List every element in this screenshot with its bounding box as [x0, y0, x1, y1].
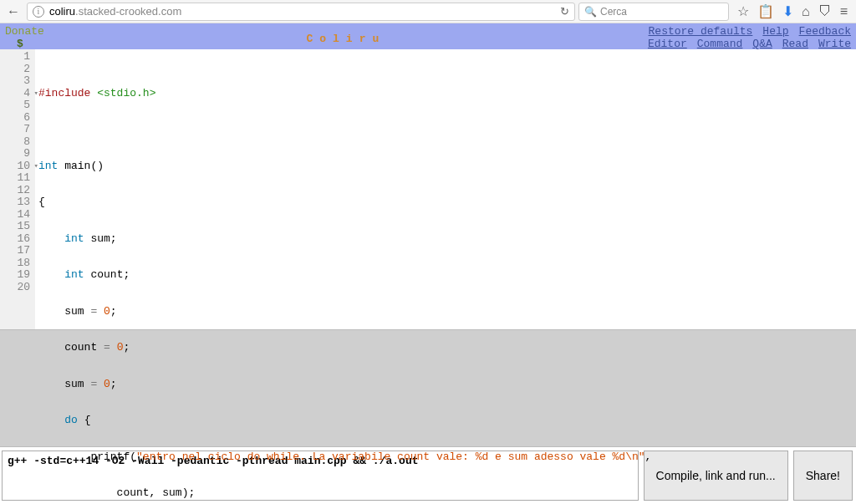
line-num: 17 — [2, 245, 30, 257]
code-editor[interactable]: 1 2 3 4 5 6 7 8 9 10 11 12 13 14 15 16 1… — [0, 49, 856, 329]
line-num: 20 — [2, 282, 30, 294]
line-num: 7 — [2, 124, 30, 136]
editor-link[interactable]: Editor — [648, 38, 687, 50]
coliru-header: Donate $ Coliru Restore defaults Help Fe… — [0, 23, 856, 49]
help-link[interactable]: Help — [762, 25, 788, 38]
browser-search-box[interactable]: 🔍 Cerca — [578, 3, 729, 21]
restore-defaults-link[interactable]: Restore defaults — [649, 25, 753, 38]
search-icon: 🔍 — [584, 6, 597, 18]
line-num: 4 — [2, 88, 30, 100]
line-num: 3 — [2, 75, 30, 88]
pocket-icon[interactable]: ⛉ — [818, 4, 832, 19]
line-num: 10 — [2, 160, 30, 173]
donate-link[interactable]: Donate — [5, 25, 44, 38]
command-link[interactable]: Command — [697, 38, 743, 50]
write-link[interactable]: Write — [818, 38, 851, 50]
line-num: 13 — [2, 196, 30, 209]
read-link[interactable]: Read — [782, 38, 808, 50]
line-num: 18 — [2, 257, 30, 270]
app-title: Coliru — [306, 29, 385, 45]
dollar-sign: $ — [5, 38, 44, 50]
clipboard-icon[interactable]: 📋 — [757, 3, 774, 19]
code-area[interactable]: #include <stdio.h> int main() { int sum;… — [35, 49, 856, 329]
line-num: 11 — [2, 172, 30, 185]
home-icon[interactable]: ⌂ — [802, 4, 810, 19]
line-num: 5 — [2, 99, 30, 112]
info-icon[interactable]: i — [33, 6, 44, 18]
back-button[interactable]: ← — [3, 2, 23, 22]
browser-toolbar: ← i coliru.stacked-crooked.com ↻ 🔍 Cerca… — [0, 0, 856, 23]
line-gutter: 1 2 3 4 5 6 7 8 9 10 11 12 13 14 15 16 1… — [0, 49, 35, 329]
feedback-link[interactable]: Feedback — [799, 25, 851, 38]
qa-link[interactable]: Q&A — [752, 38, 772, 50]
line-num: 16 — [2, 233, 30, 246]
line-num: 19 — [2, 269, 30, 282]
line-num: 15 — [2, 221, 30, 233]
line-num: 2 — [2, 64, 30, 76]
url-bar[interactable]: i coliru.stacked-crooked.com ↻ — [27, 3, 575, 21]
menu-icon[interactable]: ≡ — [840, 4, 848, 19]
star-icon[interactable]: ☆ — [737, 3, 749, 19]
search-placeholder: Cerca — [600, 6, 627, 18]
url-text: coliru.stacked-crooked.com — [49, 5, 555, 18]
line-num: 14 — [2, 209, 30, 221]
download-icon[interactable]: ⬇ — [782, 3, 793, 19]
line-num: 1 — [2, 51, 30, 64]
reload-icon[interactable]: ↻ — [560, 5, 569, 18]
line-num: 8 — [2, 136, 30, 149]
line-num: 9 — [2, 148, 30, 160]
line-num: 6 — [2, 112, 30, 125]
line-num: 12 — [2, 185, 30, 197]
